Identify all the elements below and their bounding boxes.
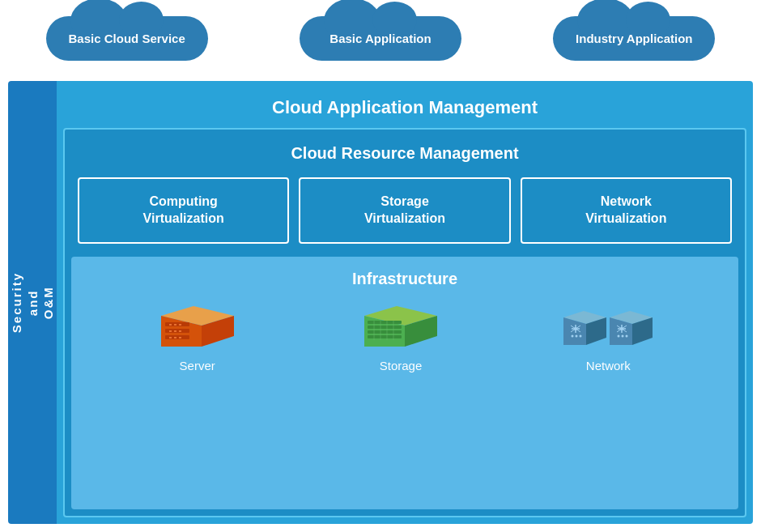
svg-point-46 xyxy=(622,334,624,337)
cloud-item-industry-application: Industry Application xyxy=(545,8,723,69)
main-content: Cloud Application Management Cloud Resou… xyxy=(57,81,753,524)
inner-box: Cloud Resource Management ComputingVirtu… xyxy=(63,128,746,517)
network-label: Network xyxy=(586,359,631,372)
svg-rect-10 xyxy=(174,330,176,332)
crm-title: Cloud Resource Management xyxy=(291,144,518,162)
storage-label: Storage xyxy=(380,359,423,372)
svg-point-44 xyxy=(620,327,623,330)
main-wrapper: Basic Cloud Service Basic Application In… xyxy=(0,0,761,532)
svg-rect-9 xyxy=(169,330,172,332)
svg-rect-3 xyxy=(165,322,189,326)
svg-point-35 xyxy=(576,334,578,337)
svg-rect-4 xyxy=(165,329,189,333)
infra-section: Infrastructure xyxy=(71,257,738,509)
cloud-shape-1: Basic Cloud Service xyxy=(46,16,208,61)
virt-box-computing: ComputingVirtualization xyxy=(78,177,289,244)
cloud-item-basic-cloud-service: Basic Cloud Service xyxy=(38,8,216,69)
clouds-row: Basic Cloud Service Basic Application In… xyxy=(0,0,761,81)
cam-header: Cloud Application Management xyxy=(63,87,746,128)
svg-rect-13 xyxy=(174,337,176,338)
infra-header: Infrastructure xyxy=(79,265,730,300)
svg-rect-8 xyxy=(179,324,181,326)
svg-rect-12 xyxy=(169,337,172,338)
server-label: Server xyxy=(180,359,215,372)
infra-item-network: Network xyxy=(559,300,657,372)
svg-rect-7 xyxy=(174,324,176,326)
cloud-label-3: Industry Application xyxy=(576,32,692,46)
security-text: SecurityandO&M xyxy=(9,272,57,333)
virt-box-network: NetworkVirtualization xyxy=(521,177,732,244)
storage-icon xyxy=(356,300,445,352)
svg-point-45 xyxy=(618,334,620,337)
svg-rect-19 xyxy=(368,326,402,329)
svg-rect-14 xyxy=(179,337,181,338)
crm-header: Cloud Resource Management xyxy=(71,136,738,171)
svg-point-34 xyxy=(572,334,574,337)
svg-rect-6 xyxy=(169,324,172,326)
svg-rect-20 xyxy=(368,330,402,334)
infra-item-server: Server xyxy=(153,300,242,372)
body-section: SecurityandO&M Cloud Application Managem… xyxy=(0,81,761,532)
infra-title: Infrastructure xyxy=(352,270,457,287)
svg-rect-5 xyxy=(165,335,189,339)
cam-title: Cloud Application Management xyxy=(272,97,538,117)
server-icon xyxy=(153,300,242,352)
virt-title-computing: ComputingVirtualization xyxy=(143,194,224,225)
svg-rect-18 xyxy=(368,321,402,324)
network-icon xyxy=(559,300,657,352)
infra-item-storage: Storage xyxy=(356,300,445,372)
svg-point-47 xyxy=(626,334,628,337)
infra-icons-row: Server xyxy=(79,300,730,372)
virt-row: ComputingVirtualization StorageVirtualiz… xyxy=(71,171,738,250)
svg-rect-11 xyxy=(179,330,181,332)
svg-rect-21 xyxy=(368,335,402,338)
cloud-label-1: Basic Cloud Service xyxy=(69,32,185,46)
cloud-item-basic-application: Basic Application xyxy=(291,8,470,69)
svg-point-33 xyxy=(574,327,577,330)
virt-box-storage: StorageVirtualization xyxy=(299,177,510,244)
virt-title-network: NetworkVirtualization xyxy=(585,194,666,225)
svg-point-36 xyxy=(580,334,582,337)
cloud-label-2: Basic Application xyxy=(329,32,431,46)
security-sidebar: SecurityandO&M xyxy=(8,81,57,524)
cloud-shape-2: Basic Application xyxy=(300,16,461,61)
cloud-shape-3: Industry Application xyxy=(553,16,715,61)
virt-title-storage: StorageVirtualization xyxy=(364,194,445,225)
